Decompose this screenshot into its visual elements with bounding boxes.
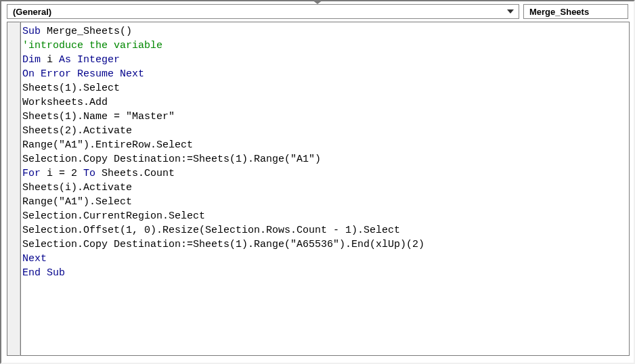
object-dropdown[interactable]: (General) xyxy=(7,4,519,19)
code-line: Range("A1").EntireRow.Select xyxy=(22,138,628,152)
code-line: Next xyxy=(22,252,628,266)
chevron-down-icon xyxy=(505,9,516,14)
code-line: Dim i As Integer xyxy=(22,53,628,67)
code-line: Selection.Offset(1, 0).Resize(Selection.… xyxy=(22,223,628,237)
code-line: Selection.CurrentRegion.Select xyxy=(22,209,628,223)
code-line: 'introduce the variable xyxy=(22,39,628,53)
code-window-frame: (General) Merge_Sheets Sub Merge_Sheets(… xyxy=(0,0,635,364)
procedure-dropdown-label: Merge_Sheets xyxy=(529,7,589,17)
object-dropdown-label: (General) xyxy=(13,7,51,17)
code-line: Worksheets.Add xyxy=(22,95,628,110)
dropdown-toolbar: (General) Merge_Sheets xyxy=(1,1,634,22)
code-line: Selection.Copy Destination:=Sheets(1).Ra… xyxy=(22,152,628,166)
code-line: On Error Resume Next xyxy=(22,67,628,81)
code-line: Selection.Copy Destination:=Sheets(1).Ra… xyxy=(22,237,628,252)
code-line: End Sub xyxy=(22,266,628,280)
code-line: Range("A1").Select xyxy=(22,195,628,209)
code-editor[interactable]: Sub Merge_Sheets()'introduce the variabl… xyxy=(20,22,630,356)
code-line: Sub Merge_Sheets() xyxy=(22,24,628,39)
margin-indicator-bar xyxy=(7,22,20,356)
code-line: Sheets(1).Select xyxy=(22,81,628,95)
code-line: Sheets(i).Activate xyxy=(22,181,628,195)
code-line: Sheets(1).Name = "Master" xyxy=(22,110,628,124)
procedure-dropdown[interactable]: Merge_Sheets xyxy=(523,4,628,19)
code-area-container: Sub Merge_Sheets()'introduce the variabl… xyxy=(1,22,634,360)
titlebar-notch-icon xyxy=(312,0,323,4)
code-line: For i = 2 To Sheets.Count xyxy=(22,166,628,181)
code-line: Sheets(2).Activate xyxy=(22,124,628,138)
